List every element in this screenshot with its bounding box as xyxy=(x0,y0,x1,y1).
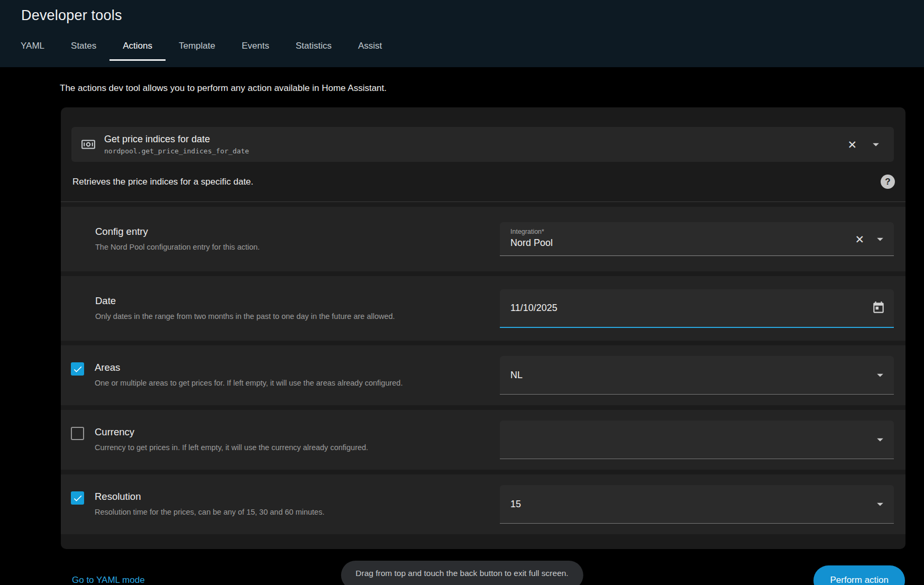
tab-assist[interactable]: Assist xyxy=(345,33,395,61)
areas-description: One or multiple areas to get prices for.… xyxy=(95,378,402,389)
resolution-checkbox[interactable] xyxy=(71,491,84,505)
tab-events[interactable]: Events xyxy=(228,33,282,61)
date-description: Only dates in the range from two months … xyxy=(95,312,395,322)
resolution-left: Resolution Resolution time for the price… xyxy=(61,491,500,518)
config-entry-description: The Nord Pool configuration entry for th… xyxy=(95,242,260,253)
clear-integration-icon[interactable]: ✕ xyxy=(855,233,864,244)
date-input[interactable]: 11/10/2025 xyxy=(500,289,894,328)
date-value: 11/10/2025 xyxy=(510,303,557,314)
tab-statistics[interactable]: Statistics xyxy=(282,33,345,61)
tab-states[interactable]: States xyxy=(58,33,109,61)
action-description-row: Retrieves the price indices for a specif… xyxy=(61,162,905,202)
chevron-down-icon[interactable] xyxy=(873,232,888,246)
tab-yaml[interactable]: YAML xyxy=(7,33,58,61)
system-toast: Drag from top and touch the back button … xyxy=(341,561,583,585)
action-card: Get price indices for date nordpool.get_… xyxy=(61,107,905,549)
calendar-icon[interactable] xyxy=(872,301,885,315)
form-row-date: Date Only dates in the range from two mo… xyxy=(61,276,905,341)
action-name: Get price indices for date xyxy=(104,134,847,145)
tab-template[interactable]: Template xyxy=(166,33,228,61)
integration-field-label: Integration* xyxy=(510,228,841,235)
resolution-label: Resolution xyxy=(95,491,324,502)
currency-select[interactable] xyxy=(500,421,894,459)
action-service-id: nordpool.get_price_indices_for_date xyxy=(104,147,847,155)
integration-field-value: Nord Pool xyxy=(510,237,841,249)
areas-select[interactable]: NL xyxy=(500,356,894,395)
form-row-areas: Areas One or multiple areas to get price… xyxy=(61,345,905,405)
perform-action-button[interactable]: Perform action xyxy=(813,565,905,585)
currency-checkbox[interactable] xyxy=(71,427,84,440)
date-left: Date Only dates in the range from two mo… xyxy=(61,295,500,322)
tab-actions[interactable]: Actions xyxy=(109,33,166,61)
form-row-config-entry: Config entry The Nord Pool configuration… xyxy=(61,207,905,271)
areas-left: Areas One or multiple areas to get price… xyxy=(61,362,500,389)
action-picker-actions: ✕ xyxy=(847,137,883,152)
action-picker-texts: Get price indices for date nordpool.get_… xyxy=(104,134,847,155)
config-entry-label: Config entry xyxy=(95,226,260,237)
resolution-description: Resolution time for the prices, can be a… xyxy=(95,507,324,518)
form-row-resolution: Resolution Resolution time for the price… xyxy=(61,474,905,534)
currency-left: Currency Currency to get prices in. If l… xyxy=(61,426,500,453)
clear-action-icon[interactable]: ✕ xyxy=(847,139,857,150)
chevron-down-icon[interactable] xyxy=(873,497,888,511)
cash-icon xyxy=(78,134,99,155)
app-header: Developer tools YAML States Actions Temp… xyxy=(0,0,924,67)
chevron-down-icon[interactable] xyxy=(873,432,888,447)
resolution-value: 15 xyxy=(510,499,521,510)
intro-text: The actions dev tool allows you to perfo… xyxy=(60,83,924,94)
areas-label: Areas xyxy=(95,362,402,373)
page-title: Developer tools xyxy=(21,7,924,24)
areas-value: NL xyxy=(510,370,523,381)
go-to-yaml-mode-link[interactable]: Go to YAML mode xyxy=(72,575,145,585)
currency-label: Currency xyxy=(95,426,368,438)
integration-field[interactable]: Integration* Nord Pool ✕ xyxy=(500,222,894,256)
date-label: Date xyxy=(95,295,395,307)
areas-checkbox[interactable] xyxy=(71,362,84,376)
chevron-down-icon[interactable] xyxy=(868,137,883,152)
currency-description: Currency to get prices in. If left empty… xyxy=(95,443,368,453)
action-description: Retrieves the price indices for a specif… xyxy=(72,177,881,187)
config-entry-left: Config entry The Nord Pool configuration… xyxy=(61,226,500,253)
resolution-select[interactable]: 15 xyxy=(500,485,894,524)
tab-bar: YAML States Actions Template Events Stat… xyxy=(7,33,924,61)
chevron-down-icon[interactable] xyxy=(873,368,888,382)
help-icon[interactable]: ? xyxy=(881,175,895,189)
form-row-currency: Currency Currency to get prices in. If l… xyxy=(61,410,905,470)
action-picker[interactable]: Get price indices for date nordpool.get_… xyxy=(71,127,894,162)
